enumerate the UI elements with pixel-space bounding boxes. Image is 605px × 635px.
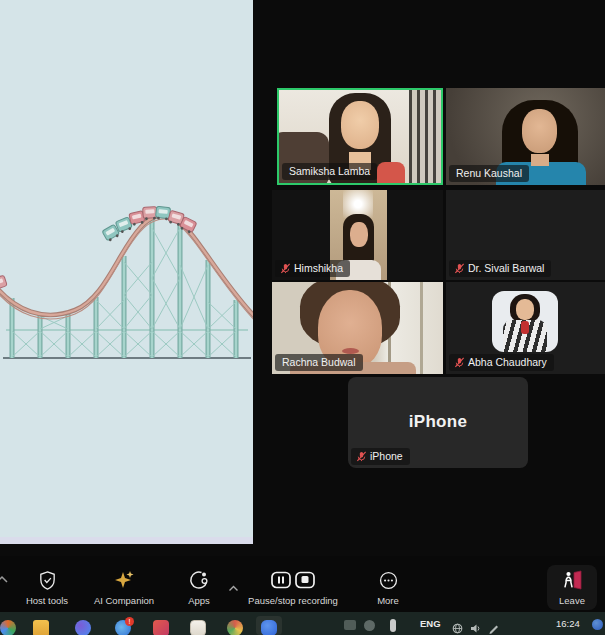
leave-door-icon [560,568,584,592]
taskbar-file-explorer-icon[interactable] [33,620,49,635]
language-indicator[interactable]: ENG [420,618,441,629]
shared-screen-view [0,0,253,544]
clock[interactable]: 16:24 [556,618,580,629]
taskbar-start-icon[interactable] [0,620,16,635]
tray-icon[interactable] [364,620,375,631]
expand-controls-chevron[interactable] [0,570,9,588]
muted-mic-icon [280,263,291,274]
zoom-meeting-window: Samiksha Lamba Renu Kaushal Himshikha Dr… [0,0,605,635]
name-tag: Dr. Sivali Barwal [449,260,551,277]
video-tile-abha-chaudhary[interactable]: Abha Chaudhary [446,282,605,374]
taskbar-zoom-icon[interactable] [261,620,277,635]
iphone-center-label: iPhone [348,412,528,432]
tray-notification-icon[interactable] [592,619,603,630]
pause-stop-recording-button[interactable]: Pause/stop recording [243,568,343,606]
person-face [516,299,534,320]
windows-taskbar: ! ENG 16:24 [0,612,605,635]
person-shirt [377,162,405,185]
volume-icon[interactable] [470,620,482,635]
participant-name: Samiksha Lamba [289,164,370,178]
sparkle-icon [113,568,135,592]
more-button[interactable]: More [363,568,413,606]
name-tag: Samiksha Lamba [282,163,377,180]
muted-mic-icon [454,357,465,368]
host-tools-label: Host tools [26,595,68,606]
name-tag: Rachna Budwal [275,354,363,371]
apps-button[interactable]: Apps [172,568,226,606]
apps-label: Apps [188,595,210,606]
leave-label: Leave [559,595,585,606]
participant-name: iPhone [370,449,403,463]
pause-stop-icons [270,568,316,592]
video-tile-rachna-budwal[interactable]: Rachna Budwal [272,282,443,374]
roller-coaster-illustration [0,0,253,544]
person-red-scarf [521,321,529,334]
muted-mic-icon [454,263,465,274]
more-label: More [377,595,399,606]
stop-recording-icon [294,570,316,590]
shared-screen-footer-strip [0,537,253,544]
name-tag: Abha Chaudhary [449,354,554,371]
network-icon[interactable] [452,620,463,635]
taskbar-app-icon[interactable] [227,620,243,635]
meeting-toolbar: Host tools AI Companion Apps Pause/stop … [0,556,605,612]
video-tile-samiksha-lamba[interactable]: Samiksha Lamba [277,88,443,185]
taskbar-app-icon[interactable] [153,620,169,635]
taskbar-browser-icon[interactable]: ! [115,620,131,635]
notification-badge: ! [125,617,134,626]
person-neck [531,154,549,166]
leave-button[interactable]: Leave [547,565,597,610]
apps-caret-icon[interactable] [228,578,239,596]
video-tile-himshikha[interactable]: Himshikha [272,190,443,280]
name-tag: Renu Kaushal [449,165,529,182]
window-blinds [409,90,442,183]
pause-recording-icon [270,570,292,590]
apps-icon [188,568,210,592]
video-tile-dr-sivali-barwal[interactable]: Dr. Sivali Barwal [446,190,605,280]
participant-name: Dr. Sivali Barwal [468,261,544,275]
participant-name: Rachna Budwal [282,355,356,369]
muted-mic-icon [356,451,367,462]
tray-icon[interactable] [344,620,356,630]
ai-companion-button[interactable]: AI Companion [82,568,166,606]
person-face [522,109,557,153]
pen-icon[interactable] [488,620,500,635]
participant-name: Renu Kaushal [456,166,522,180]
pause-stop-recording-label: Pause/stop recording [248,595,338,606]
shield-check-icon [37,568,58,592]
participant-name: Abha Chaudhary [468,355,547,369]
ai-companion-label: AI Companion [94,595,154,606]
tray-phone-icon[interactable] [390,619,396,632]
video-tile-iphone[interactable]: iPhone iPhone [348,377,528,468]
participant-name: Himshikha [294,261,343,275]
avatar [492,291,558,352]
taskbar-app-icon[interactable] [75,620,91,635]
video-tile-renu-kaushal[interactable]: Renu Kaushal [446,88,605,185]
more-ellipsis-icon [378,568,399,592]
window-frame [420,282,423,374]
taskbar-store-icon[interactable] [190,620,206,635]
name-tag: iPhone [351,448,410,465]
name-tag: Himshikha [275,260,350,277]
person-face [350,222,368,247]
host-tools-button[interactable]: Host tools [13,568,81,606]
person-face [341,101,379,149]
